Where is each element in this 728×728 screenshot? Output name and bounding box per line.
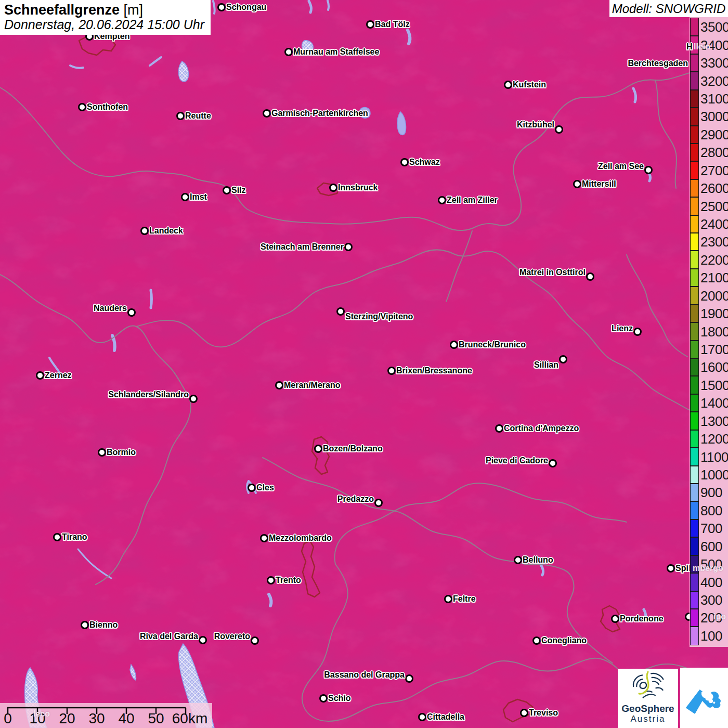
- legend-segment: [691, 197, 698, 215]
- city-dot: [418, 713, 426, 721]
- map-title-box: Schneefallgrenze [m] Donnerstag, 20.06.2…: [0, 0, 211, 35]
- city-label: Trento: [276, 576, 301, 585]
- city-label: Riva del Garda: [140, 632, 198, 641]
- legend-value: 500: [700, 556, 722, 573]
- city-dot: [344, 243, 353, 251]
- legend-segment: [691, 627, 698, 644]
- legend-segment: [691, 501, 698, 519]
- city-dot: [514, 556, 522, 564]
- city-label: Cles: [256, 483, 274, 492]
- legend-segment: [691, 269, 698, 287]
- legend-segment: [691, 251, 698, 268]
- legend-value: 300: [700, 592, 722, 608]
- legend-value: 1500: [700, 377, 728, 393]
- city-dot: [127, 308, 136, 317]
- city-dot: [36, 371, 44, 380]
- legend-segment: [691, 573, 698, 591]
- legend-value: 3100: [700, 90, 728, 107]
- city-label: Bad Tölz: [375, 20, 410, 29]
- legend-segment: [691, 108, 698, 125]
- city-dot: [374, 499, 383, 507]
- legend-segment: [691, 36, 698, 54]
- city-dot: [140, 227, 149, 235]
- city-dot: [532, 636, 541, 645]
- city-label: Silz: [231, 186, 246, 195]
- city-dot: [275, 381, 283, 389]
- legend-segment: [691, 322, 698, 340]
- city-dot: [199, 636, 207, 644]
- geosphere-logo-icon: [628, 669, 668, 704]
- scale-tick-label: 20: [59, 710, 75, 727]
- city-dot: [329, 184, 337, 192]
- scale-tick-label: 40: [118, 710, 134, 727]
- city-label: Bormio: [107, 448, 136, 457]
- legend-segment: [691, 287, 698, 304]
- city-label: Zernez: [45, 371, 72, 380]
- city-marker-layer: SchongauBad TölzKemptenMurnau am Staffel…: [0, 0, 728, 728]
- city-dot: [189, 395, 198, 403]
- city-label: Conegliano: [541, 636, 587, 645]
- legend-segment: [691, 519, 698, 537]
- city-label: Kitzbühel: [517, 120, 554, 129]
- scale-tick-label: 60km: [172, 710, 207, 727]
- city-label: Treviso: [529, 708, 558, 718]
- map-title: Schneefallgrenze [m]: [4, 2, 204, 18]
- map-title-text: Schneefallgrenze: [4, 2, 120, 18]
- legend-value: 1800: [700, 323, 728, 340]
- city-dot: [520, 709, 528, 717]
- geosphere-logo-name: GeoSphere: [621, 703, 674, 714]
- legend-value: 2400: [700, 216, 728, 232]
- legend-colorbar: [691, 18, 698, 645]
- legend-segment: [691, 448, 698, 465]
- legend-value: 3300: [700, 55, 728, 71]
- city-label: Innsbruck: [338, 183, 378, 192]
- legend-value: 1700: [700, 341, 728, 357]
- city-dot: [444, 595, 452, 603]
- city-label: Cortina d'Ampezzo: [504, 424, 579, 433]
- scale-tick-label: 0: [4, 710, 12, 727]
- legend-value: 1900: [700, 306, 728, 322]
- legend-segment: [691, 54, 698, 72]
- city-label: Garmisch-Partenkirchen: [271, 109, 368, 118]
- city-dot: [400, 158, 409, 166]
- city-dot: [336, 307, 345, 316]
- scale-bar: 0102030405060km: [0, 703, 212, 728]
- city-dot: [319, 694, 328, 703]
- city-dot: [549, 459, 557, 467]
- city-label: Reutte: [185, 111, 211, 121]
- city-label: Pieve di Cadore: [486, 456, 548, 465]
- city-dot: [366, 20, 374, 29]
- city-dot: [263, 109, 271, 118]
- city-label: Berchtesgaden: [628, 59, 688, 68]
- city-label: Cittadella: [427, 712, 464, 722]
- legend-value: 2600: [700, 180, 728, 197]
- legend-segment: [691, 555, 698, 573]
- legend-value: 1600: [700, 359, 728, 375]
- city-label: Belluno: [523, 555, 553, 565]
- legend-value: 900: [700, 485, 722, 501]
- map-datetime: Donnerstag, 20.06.2024 15:00 Uhr: [4, 18, 204, 32]
- legend-panel: 3500340033003200310030002900280027002600…: [690, 16, 728, 647]
- city-dot: [267, 576, 275, 584]
- city-dot: [387, 367, 396, 375]
- partner-logo-box: [680, 668, 728, 728]
- city-label: Sillian: [534, 360, 558, 370]
- city-label: Zell am See: [598, 162, 644, 171]
- legend-segment: [691, 358, 698, 376]
- legend-segment: [691, 466, 698, 484]
- city-label: Bozen/Bolzano: [323, 444, 383, 453]
- legend-value: 400: [700, 574, 722, 590]
- city-label: Meran/Merano: [284, 381, 340, 390]
- city-dot: [314, 445, 322, 453]
- city-dot: [611, 615, 619, 623]
- legend-segment: [691, 179, 698, 197]
- legend-value: 2700: [700, 162, 728, 178]
- city-label: Predazzo: [337, 495, 374, 504]
- city-label: Murnau am Staffelsee: [293, 47, 379, 57]
- city-label: Feltre: [453, 594, 476, 604]
- legend-segment: [691, 412, 698, 430]
- city-label: Schlanders/Silandro: [108, 390, 189, 399]
- city-dot: [284, 48, 293, 56]
- city-dot: [81, 621, 89, 629]
- city-dot: [504, 81, 512, 89]
